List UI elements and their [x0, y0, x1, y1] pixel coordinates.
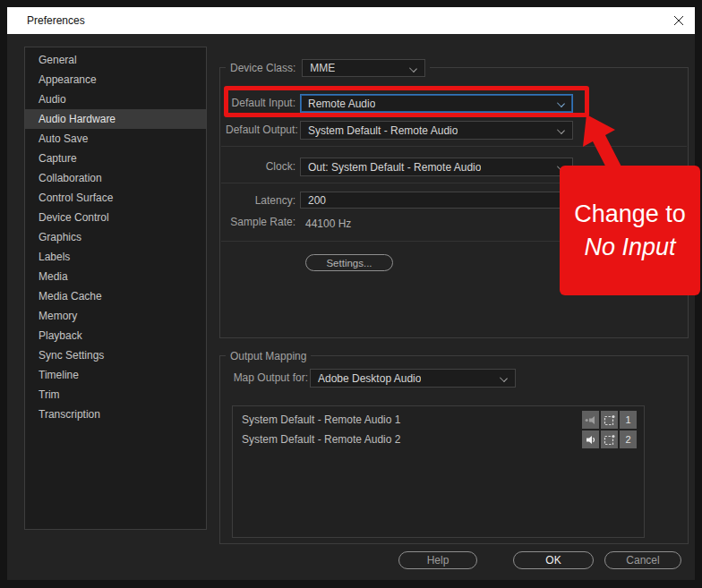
speaker-left-icon — [585, 415, 596, 425]
sidebar-item-media[interactable]: Media — [25, 267, 206, 286]
sample-rate-value: 44100 Hz — [305, 217, 351, 230]
map-output-for-dropdown[interactable]: Adobe Desktop Audio — [310, 369, 516, 388]
sidebar-item-graphics[interactable]: Graphics — [25, 227, 206, 247]
chevron-down-icon — [557, 163, 565, 171]
sidebar-item-transcription[interactable]: Transcription — [25, 405, 206, 424]
sidebar-item-collaboration[interactable]: Collaboration — [25, 168, 206, 188]
marquee-icon — [604, 434, 615, 446]
sidebar-item-audio-hardware[interactable]: Audio Hardware — [25, 109, 206, 129]
channel-row-1[interactable]: System Default - Remote Audio 1 — [233, 410, 644, 430]
dialog-body: General Appearance Audio Audio Hardware … — [7, 34, 695, 580]
channel-name: System Default - Remote Audio 2 — [242, 430, 400, 449]
latency-input[interactable] — [300, 192, 573, 209]
preferences-category-list: General Appearance Audio Audio Hardware … — [24, 47, 207, 530]
output-mapping-group: Output Mapping Map Output for: Adobe Des… — [219, 355, 689, 544]
chevron-down-icon — [409, 64, 417, 72]
clock-label: Clock: — [226, 158, 295, 176]
marquee-icon — [604, 414, 615, 426]
marquee-assign-button[interactable] — [601, 411, 618, 429]
preferences-dialog: Preferences General Appearance Audio Aud… — [7, 7, 695, 580]
output-channel-list: System Default - Remote Audio 1 — [232, 405, 645, 538]
chevron-down-icon — [557, 126, 565, 134]
sidebar-item-general[interactable]: General — [25, 50, 206, 70]
marquee-assign-button[interactable] — [601, 430, 618, 448]
channel-number-button[interactable]: 2 — [620, 430, 637, 448]
sidebar-item-capture[interactable]: Capture — [25, 149, 206, 168]
close-icon — [673, 15, 684, 26]
chevron-down-icon — [557, 99, 565, 107]
device-class-label: Device Class: — [230, 62, 295, 74]
sidebar-item-audio[interactable]: Audio — [25, 89, 206, 109]
output-mapping-legend: Output Mapping — [226, 348, 311, 364]
map-output-for-label: Map Output for: — [226, 369, 308, 388]
ok-button[interactable]: OK — [513, 551, 594, 569]
audio-hardware-group: Device Class: MME Default Input: Remote … — [219, 67, 689, 338]
default-input-dropdown[interactable]: Remote Audio — [300, 94, 573, 113]
channel-name: System Default - Remote Audio 1 — [242, 410, 400, 430]
sidebar-item-labels[interactable]: Labels — [25, 247, 206, 267]
left-speaker-button[interactable] — [582, 411, 599, 429]
default-output-label: Default Output: — [226, 121, 295, 140]
sidebar-item-sync-settings[interactable]: Sync Settings — [25, 345, 206, 365]
desktop-background: Preferences General Appearance Audio Aud… — [0, 0, 702, 588]
window-title: Preferences — [27, 14, 85, 27]
cancel-button[interactable]: Cancel — [604, 551, 681, 569]
device-class-dropdown[interactable]: MME — [302, 59, 425, 77]
channel-number-button[interactable]: 1 — [620, 411, 637, 429]
chevron-down-icon — [500, 374, 508, 382]
clock-dropdown[interactable]: Out: System Default - Remote Audio — [300, 158, 573, 176]
sidebar-item-control-surface[interactable]: Control Surface — [25, 188, 206, 208]
default-output-dropdown[interactable]: System Default - Remote Audio — [300, 121, 573, 140]
default-input-label: Default Input: — [226, 94, 295, 113]
sidebar-item-appearance[interactable]: Appearance — [25, 70, 206, 89]
sidebar-item-playback[interactable]: Playback — [25, 326, 206, 345]
sidebar-item-media-cache[interactable]: Media Cache — [25, 286, 206, 306]
divider — [221, 183, 687, 183]
sidebar-item-auto-save[interactable]: Auto Save — [25, 129, 206, 149]
divider — [221, 146, 687, 147]
close-button[interactable] — [668, 10, 689, 31]
sample-rate-label: Sample Rate: — [226, 215, 295, 229]
sidebar-item-device-control[interactable]: Device Control — [25, 208, 206, 227]
right-speaker-button[interactable] — [582, 430, 599, 448]
device-class-row: Device Class: MME — [226, 59, 430, 77]
channel-row-2[interactable]: System Default - Remote Audio 2 — [233, 430, 644, 449]
title-bar: Preferences — [7, 7, 695, 34]
speaker-right-icon — [585, 435, 596, 445]
sidebar-item-memory[interactable]: Memory — [25, 306, 206, 326]
help-button[interactable]: Help — [398, 551, 477, 569]
sidebar-item-trim[interactable]: Trim — [25, 385, 206, 405]
divider — [221, 241, 687, 242]
sidebar-item-timeline[interactable]: Timeline — [25, 365, 206, 385]
settings-button[interactable]: Settings... — [305, 254, 393, 271]
latency-label: Latency: — [226, 192, 295, 210]
